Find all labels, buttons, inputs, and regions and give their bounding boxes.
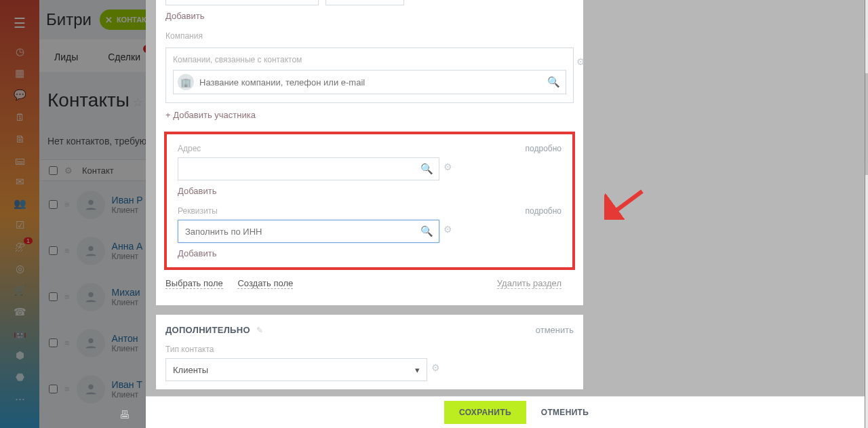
svg-line-5 — [611, 191, 642, 214]
company-field[interactable] — [199, 77, 542, 87]
add-link[interactable]: Добавить — [165, 11, 204, 21]
company-label: Компания — [165, 31, 574, 41]
section-footer-links: Выбрать поле Создать поле Удалить раздел — [156, 278, 583, 296]
highlight-box: Адрес подробно 🔍 ⚙ Добавить Реквизиты по… — [164, 132, 575, 270]
chevron-down-icon: ▾ — [415, 365, 420, 375]
search-icon[interactable]: 🔍 — [547, 76, 560, 88]
select-field-link[interactable]: Выбрать поле — [165, 278, 223, 289]
messenger-input[interactable] — [165, 0, 319, 5]
form-card: Корпоратив▾ × ⚙ Добавить Мессенджер ВКон… — [156, 0, 583, 389]
requisites-field[interactable] — [178, 227, 415, 237]
save-button[interactable]: СОХРАНИТЬ — [444, 401, 526, 424]
building-icon: 🏢 — [178, 74, 194, 90]
gear-icon[interactable]: ⚙ — [443, 161, 452, 172]
gear-icon[interactable]: ⚙ — [443, 224, 452, 235]
messenger-select[interactable]: ВКонтакте▾ — [326, 0, 404, 5]
address-label: Адрес подробно — [178, 144, 561, 153]
create-field-link[interactable]: Создать поле — [237, 278, 293, 289]
additional-section: ДОПОЛНИТЕЛЬНО ✎ отменить Тип контакта Кл… — [156, 305, 583, 381]
search-icon[interactable]: 🔍 — [420, 225, 433, 237]
add-participant-link[interactable]: + Добавить участника — [165, 110, 256, 120]
gear-icon[interactable]: ⚙ — [576, 56, 585, 67]
print-icon[interactable]: 🖶 — [119, 409, 130, 421]
address-field[interactable] — [178, 164, 415, 174]
scrollbar[interactable] — [865, 0, 868, 428]
company-hint: Компании, связанные с контактом — [173, 55, 566, 64]
details-link[interactable]: подробно — [526, 206, 561, 216]
section-cancel-link[interactable]: отменить — [536, 325, 574, 335]
address-input[interactable]: 🔍 — [178, 157, 439, 180]
add-link[interactable]: Добавить — [178, 186, 216, 196]
pencil-icon[interactable]: ✎ — [256, 326, 263, 335]
cancel-button[interactable]: ОТМЕНИТЬ — [529, 401, 601, 424]
type-label: Тип контакта — [165, 345, 574, 354]
company-search-input[interactable]: 🏢 🔍 — [173, 70, 566, 94]
arrow-annotation — [604, 189, 645, 220]
details-link[interactable]: подробно — [526, 144, 561, 153]
scrollbar-thumb[interactable] — [865, 73, 868, 175]
requisites-label: Реквизиты подробно — [178, 206, 561, 216]
search-icon[interactable]: 🔍 — [420, 163, 433, 175]
add-link[interactable]: Добавить — [178, 248, 216, 258]
section-title: ДОПОЛНИТЕЛЬНО — [165, 325, 250, 335]
slide-panel: Корпоратив▾ × ⚙ Добавить Мессенджер ВКон… — [146, 0, 865, 428]
contact-type-select[interactable]: Клиенты ▾ — [165, 358, 427, 381]
company-box: Компании, связанные с контактом 🏢 🔍 ⚙ — [165, 47, 574, 103]
gear-icon[interactable]: ⚙ — [431, 362, 440, 373]
action-bar: СОХРАНИТЬ ОТМЕНИТЬ — [146, 397, 865, 428]
delete-section-link[interactable]: Удалить раздел — [497, 278, 561, 289]
requisites-input[interactable]: 🔍 — [178, 220, 439, 243]
